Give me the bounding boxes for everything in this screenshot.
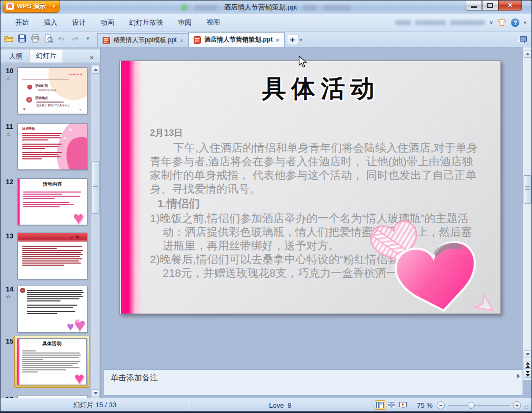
- help-dropdown-icon[interactable]: ▾: [524, 20, 526, 25]
- resize-grip[interactable]: [524, 405, 529, 410]
- print-button[interactable]: [30, 33, 41, 44]
- previous-slide-button[interactable]: [524, 361, 531, 369]
- slide-thumbnail-11[interactable]: ✱ ✱ 活动特色: [17, 123, 87, 170]
- tab-insert[interactable]: 插入: [36, 15, 65, 30]
- tab-close-icon[interactable]: ×: [180, 37, 183, 44]
- thumbnail-list: 10 ☆ —●—● 活动时间 2016年2月14日 活动地点: [1, 65, 100, 398]
- scroll-up-button[interactable]: [92, 66, 99, 74]
- tab-view[interactable]: 视图: [199, 15, 227, 30]
- tab-review[interactable]: 审阅: [170, 15, 199, 30]
- doc-tab-label: 酒店情人节营销策划.ppt: [204, 35, 273, 44]
- theme-name: Love_8: [189, 401, 371, 409]
- tab-slideshow[interactable]: 幻灯片放映: [122, 15, 170, 30]
- notes-pane[interactable]: 单击添加备注: [104, 369, 523, 396]
- slide-accent-bar: [121, 61, 143, 314]
- slide-sorter-view-button[interactable]: [386, 400, 397, 410]
- redacted-text: [450, 20, 485, 25]
- redacted-icon: [182, 5, 187, 11]
- doc-tab-active-file[interactable]: 酒店情人节营销策划.ppt ×: [188, 32, 284, 47]
- next-slide-button[interactable]: [524, 370, 531, 378]
- document-tabs: 精美情人节ppt模板.ppt × 酒店情人节营销策划.ppt × + ▾: [97, 32, 302, 47]
- slide-thumbnail-15[interactable]: 具体活动 ♥: [17, 338, 87, 385]
- zoom-out-button[interactable]: −: [437, 401, 445, 409]
- doc-tab-label: 精美情人节ppt模板.ppt: [113, 36, 177, 45]
- document-title: 酒店情人节营销策划.ppt: [224, 3, 297, 11]
- new-tab-button[interactable]: +: [287, 35, 298, 45]
- tab-list-icon[interactable]: [518, 36, 527, 44]
- redo-button[interactable]: [69, 33, 80, 44]
- view-switcher: [375, 400, 408, 410]
- close-button[interactable]: ✕: [498, 1, 522, 11]
- tab-animation[interactable]: 动画: [93, 15, 122, 30]
- titlebar: W WPS 演示 ▾ 酒店情人节营销策划.ppt ✕: [1, 1, 531, 14]
- zoom-in-button[interactable]: +: [513, 401, 521, 409]
- panel-tabs: 大纲 幻灯片 ×: [1, 49, 100, 63]
- zoom-slider-handle[interactable]: [468, 402, 475, 409]
- ppt-file-icon: [103, 37, 110, 44]
- slide-canvas[interactable]: 具体活动 2月13日 下午,入住酒店的情侣和单身青年们将会陆续入住酒店,对于单身…: [101, 47, 523, 368]
- thumbnail-scrollbar[interactable]: [91, 65, 99, 398]
- tab-home[interactable]: 开始: [8, 15, 36, 30]
- decor: ✱: [64, 136, 66, 139]
- maximize-button[interactable]: [482, 1, 498, 11]
- undo-button[interactable]: [56, 33, 67, 44]
- ribbon-collapse-icon[interactable]: ∨: [489, 19, 493, 26]
- workspace: 大纲 幻灯片 × 10 ☆ —●—● 活动时间: [1, 47, 531, 398]
- animation-star-icon: ☆: [6, 130, 17, 138]
- slideshow-view-button[interactable]: [398, 400, 408, 410]
- notes-expand-icon[interactable]: [517, 374, 520, 379]
- doc-tab-template-file[interactable]: 精美情人节ppt模板.ppt ×: [97, 33, 188, 47]
- new-tab-dropdown-icon[interactable]: ▾: [300, 37, 303, 43]
- thumb-text-lines: [22, 349, 82, 374]
- slide-thumbnail-14[interactable]: ♥ ♥ ♥: [17, 286, 87, 333]
- minimize-button[interactable]: [466, 1, 482, 11]
- zoom-level: 75 %: [417, 401, 433, 409]
- slide-paragraph: 下午,入住酒店的情侣和单身青年们将会陆续入住酒店,对于单身青年参与者,酒店将会在…: [150, 141, 480, 196]
- slide-thumbnail-10[interactable]: —●—● 活动时间 2016年2月14日 活动地点 酒店餐厅,夜吧,KTV,桑拿…: [17, 67, 87, 114]
- thumb-text: 酒店餐厅,夜吧,KTV,桑拿中心: [36, 104, 85, 107]
- canvas-scrollbar[interactable]: [523, 47, 531, 380]
- scrollbar-thumb[interactable]: [92, 161, 99, 214]
- redacted-text: [415, 20, 446, 25]
- scrollbar-thumb[interactable]: [524, 175, 531, 204]
- tab-outline[interactable]: 大纲: [3, 50, 29, 63]
- slide-thumbnail-13[interactable]: ♥ ♥: [17, 233, 87, 279]
- tab-slides[interactable]: 幻灯片: [29, 49, 63, 63]
- thumb-text: 活动时间: [35, 84, 48, 88]
- panel-close-icon[interactable]: ×: [85, 53, 98, 63]
- redacted-text: [303, 5, 317, 11]
- slide-15[interactable]: 具体活动 2月13日 下午,入住酒店的情侣和单身青年们将会陆续入住酒店,对于单身…: [119, 61, 501, 314]
- open-button[interactable]: [4, 33, 14, 44]
- scroll-down-button[interactable]: [524, 350, 531, 358]
- normal-view-button[interactable]: [375, 400, 385, 410]
- skin-icon[interactable]: [497, 18, 507, 26]
- wps-presentation-window: W WPS 演示 ▾ 酒店情人节营销策划.ppt ✕ 开始 插入 设计 动画 幻…: [0, 0, 532, 413]
- ppt-file-icon: [194, 36, 201, 44]
- thumb-title: 活动特色: [22, 126, 35, 131]
- divider: [371, 400, 372, 410]
- ribbon-tab-bar: 开始 插入 设计 动画 幻灯片放映 审阅 视图 ∨ ? ▾: [1, 14, 531, 31]
- scroll-down-button[interactable]: [92, 389, 99, 397]
- thumb-text-lines: [22, 245, 84, 267]
- slide-number: 11 ☆: [6, 123, 17, 170]
- qat-dropdown-button[interactable]: ▾: [83, 33, 93, 44]
- slide-title[interactable]: 具体活动: [152, 73, 490, 105]
- help-icon[interactable]: ?: [511, 18, 519, 27]
- save-button[interactable]: [17, 33, 27, 44]
- editor-area: 具体活动 2月13日 下午,入住酒店的情侣和单身青年们将会陆续入住酒店,对于单身…: [101, 47, 531, 398]
- save-icon: [18, 34, 26, 43]
- selected-slide-highlight: 具体活动 ♥: [14, 336, 89, 388]
- slide-position-indicator: 幻灯片 15 / 33: [1, 400, 189, 410]
- tab-close-icon[interactable]: ×: [276, 37, 279, 43]
- tab-design[interactable]: 设计: [65, 15, 93, 30]
- print-preview-button[interactable]: [43, 33, 54, 44]
- thumb-title: 具体活动: [17, 340, 86, 347]
- scroll-up-button[interactable]: [524, 50, 531, 58]
- thumb-text-lines: [22, 132, 63, 160]
- slide-thumbnail-12[interactable]: 活动内容 ♥: [17, 178, 87, 225]
- thumb-text-lines: [23, 190, 82, 208]
- heart-icon: ♥: [75, 234, 79, 240]
- decor: ♥: [79, 108, 82, 112]
- slide-subheading: 1.情侣们: [150, 197, 480, 210]
- zoom-slider[interactable]: [448, 401, 510, 409]
